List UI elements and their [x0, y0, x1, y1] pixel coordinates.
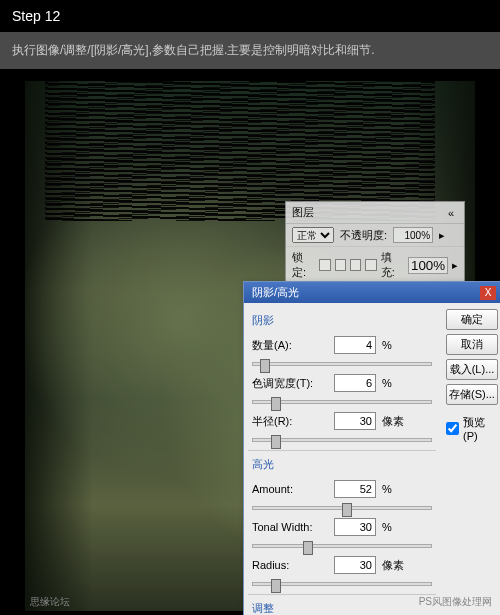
tonal-t-label: 色调宽度(T): [252, 376, 328, 391]
lock-position-icon[interactable] [350, 259, 361, 271]
radius-h-input[interactable] [334, 556, 376, 574]
radius-h-label: Radius: [252, 559, 328, 571]
dialog-title: 阴影/高光 [252, 285, 299, 300]
blend-mode-select[interactable]: 正常 [292, 227, 334, 243]
layers-tab[interactable]: 图层 [292, 205, 314, 220]
shadow-highlight-dialog: 阴影/高光 X 阴影 数量(A): % 色调宽度(T): % [243, 281, 500, 615]
amount-h-unit: % [382, 483, 408, 495]
radius-h-slider[interactable] [252, 582, 432, 586]
amount-a-label: 数量(A): [252, 338, 328, 353]
dialog-titlebar[interactable]: 阴影/高光 X [244, 282, 500, 303]
lock-transparent-icon[interactable] [319, 259, 330, 271]
fill-label: 填充: [381, 250, 404, 280]
preview-label: 预览(P) [463, 415, 498, 442]
step-description: 执行图像/调整/[阴影/高光],参数自己把握.主要是控制明暗对比和细节. [0, 32, 500, 69]
lock-label: 锁定: [292, 250, 315, 280]
radius-r-slider[interactable] [252, 438, 432, 442]
panel-collapse-icon[interactable]: « [444, 207, 458, 219]
tonal-t-slider[interactable] [252, 400, 432, 404]
radius-r-label: 半径(R): [252, 414, 328, 429]
radius-h-unit: 像素 [382, 558, 408, 573]
amount-h-label: Amount: [252, 483, 328, 495]
cancel-button[interactable]: 取消 [446, 334, 498, 355]
dropdown-icon[interactable]: ▸ [439, 229, 445, 242]
fill-input[interactable] [408, 257, 448, 274]
watermark-right: PS风图像处理网 [419, 595, 492, 609]
amount-a-unit: % [382, 339, 408, 351]
adjust-group-label: 调整 [252, 601, 432, 615]
amount-h-slider[interactable] [252, 506, 432, 510]
tonal-h-slider[interactable] [252, 544, 432, 548]
ok-button[interactable]: 确定 [446, 309, 498, 330]
opacity-label: 不透明度: [340, 228, 387, 243]
preview-input[interactable] [446, 422, 459, 435]
save-button[interactable]: 存储(S)... [446, 384, 498, 405]
amount-a-slider[interactable] [252, 362, 432, 366]
tonal-h-unit: % [382, 521, 408, 533]
highlights-group-label: 高光 [252, 457, 432, 472]
tonal-h-input[interactable] [334, 518, 376, 536]
tonal-t-unit: % [382, 377, 408, 389]
lock-all-icon[interactable] [365, 259, 376, 271]
dropdown-icon[interactable]: ▸ [452, 259, 458, 272]
image-preview: 图层 « 正常 不透明度: ▸ 锁定: 填充: ▸ 曲线 5 (局部细节处理) [25, 81, 475, 611]
shadows-group-label: 阴影 [252, 313, 432, 328]
watermark-left: 思缘论坛 [30, 595, 70, 609]
opacity-input[interactable] [393, 227, 433, 243]
tonal-h-label: Tonal Width: [252, 521, 328, 533]
radius-r-input[interactable] [334, 412, 376, 430]
radius-r-unit: 像素 [382, 414, 408, 429]
divider [248, 594, 436, 595]
close-icon[interactable]: X [480, 286, 496, 300]
preview-checkbox[interactable]: 预览(P) [446, 415, 498, 442]
step-title: Step 12 [0, 0, 500, 32]
image-texture [45, 81, 435, 221]
tonal-t-input[interactable] [334, 374, 376, 392]
amount-a-input[interactable] [334, 336, 376, 354]
amount-h-input[interactable] [334, 480, 376, 498]
load-button[interactable]: 载入(L)... [446, 359, 498, 380]
divider [248, 450, 436, 451]
lock-pixels-icon[interactable] [335, 259, 346, 271]
